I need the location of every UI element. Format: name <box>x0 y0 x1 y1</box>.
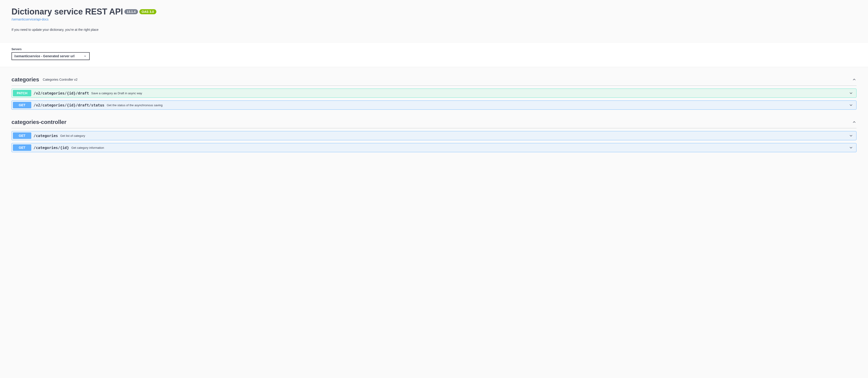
api-description: If you need to update your dictionary, y… <box>11 28 857 32</box>
chevron-up-icon <box>852 77 857 82</box>
method-badge-patch: PATCH <box>13 90 31 96</box>
operations-section: categories Categories Controller v2 PATC… <box>0 74 868 161</box>
version-badge: 13.1.4 <box>124 9 138 14</box>
method-badge-get: GET <box>13 132 31 139</box>
servers-label: Servers <box>11 48 857 51</box>
operation-row[interactable]: GET /v2/categories/{id}/draft/status Get… <box>11 100 857 110</box>
operation-summary: Save a category as Draft in async way <box>91 92 846 95</box>
tag-header[interactable]: categories Categories Controller v2 <box>11 74 857 86</box>
tag-description: Categories Controller v2 <box>43 78 848 82</box>
method-badge-get: GET <box>13 145 31 151</box>
operation-row[interactable]: PATCH /v2/categories/{id}/draft Save a c… <box>11 89 857 98</box>
chevron-down-icon <box>849 145 853 150</box>
api-title: Dictionary service REST API <box>11 7 123 17</box>
method-badge-get: GET <box>13 102 31 108</box>
operation-row[interactable]: GET /categories Get list of category <box>11 131 857 140</box>
title-row: Dictionary service REST API 13.1.4 OAS 3… <box>11 7 857 17</box>
operation-row[interactable]: GET /categories/{id} Get category inform… <box>11 143 857 152</box>
operation-path: /v2/categories/{id}/draft/status <box>34 103 104 107</box>
oas-badge: OAS 3.0 <box>140 9 156 14</box>
operation-path: /v2/categories/{id}/draft <box>34 91 89 95</box>
tag-name: categories-controller <box>11 119 66 125</box>
servers-section: Servers /semanticservice - Generated ser… <box>0 43 868 67</box>
chevron-down-icon <box>849 103 853 107</box>
operation-summary: Get category information <box>71 146 846 150</box>
tag-header[interactable]: categories-controller <box>11 117 857 128</box>
operation-summary: Get the status of the asynchronous savin… <box>107 103 846 107</box>
info-header: Dictionary service REST API 13.1.4 OAS 3… <box>0 0 868 43</box>
chevron-down-icon <box>849 133 853 138</box>
chevron-down-icon <box>849 91 853 95</box>
server-select[interactable]: /semanticservice - Generated server url <box>11 52 90 60</box>
tag-block-categories-controller: categories-controller GET /categories Ge… <box>11 117 857 152</box>
api-docs-link[interactable]: /semanticservice/api-docs <box>11 18 49 21</box>
tag-name: categories <box>11 76 39 83</box>
operation-path: /categories <box>34 134 58 138</box>
chevron-up-icon <box>852 120 857 124</box>
operation-summary: Get list of category <box>60 134 846 137</box>
tag-block-categories: categories Categories Controller v2 PATC… <box>11 74 857 110</box>
operation-path: /categories/{id} <box>34 146 69 150</box>
